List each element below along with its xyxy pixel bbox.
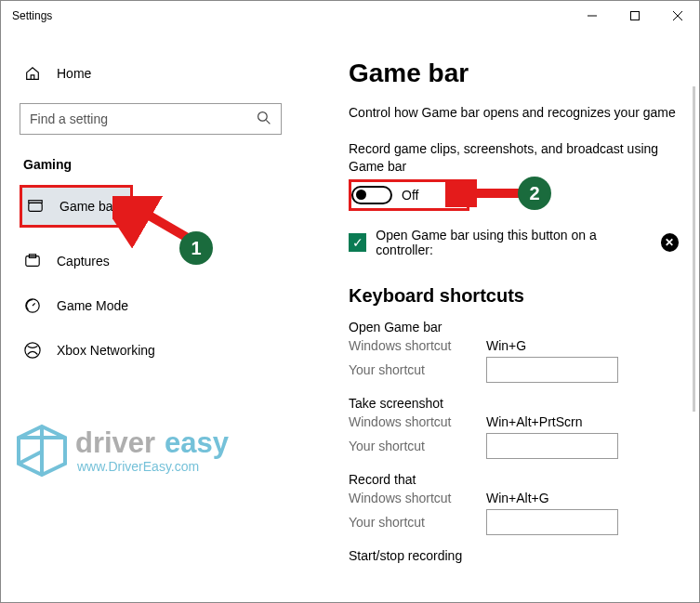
svg-text:easy: easy	[165, 426, 230, 459]
svg-point-12	[25, 343, 40, 358]
svg-rect-1	[631, 12, 640, 20]
scrollbar[interactable]	[693, 86, 695, 412]
shortcut-win-label: Windows shortcut	[349, 491, 486, 505]
shortcut-win-label: Windows shortcut	[349, 338, 486, 353]
shortcut-input[interactable]	[486, 357, 618, 383]
shortcut-take-screenshot: Take screenshot Windows shortcut Win+Alt…	[349, 396, 679, 459]
sidebar-item-label: Captures	[57, 254, 110, 269]
shortcuts-heading: Keyboard shortcuts	[349, 285, 679, 307]
record-description: Record game clips, screenshots, and broa…	[349, 140, 679, 176]
shortcut-your-label: Your shortcut	[349, 439, 486, 453]
gamebar-toggle[interactable]	[351, 186, 392, 204]
shortcut-title: Start/stop recording	[349, 548, 679, 563]
sidebar-item-label: Xbox Networking	[57, 343, 155, 358]
annotation-step-2: 2	[518, 177, 551, 210]
shortcut-input[interactable]	[486, 433, 618, 459]
svg-text:driver: driver	[75, 426, 155, 459]
svg-point-4	[258, 111, 268, 121]
xbox-controller-icon: ✕	[661, 233, 679, 252]
shortcut-win-label: Windows shortcut	[349, 414, 486, 429]
controller-checkbox-label: Open Game bar using this button on a con…	[376, 228, 647, 257]
svg-text:www.DriverEasy.com: www.DriverEasy.com	[76, 459, 199, 474]
shortcut-title: Record that	[349, 472, 679, 487]
shortcut-your-label: Your shortcut	[349, 362, 486, 377]
search-placeholder: Find a setting	[30, 111, 257, 126]
category-heading: Gaming	[20, 157, 282, 172]
annotation-step-1: 1	[179, 231, 213, 265]
home-label: Home	[57, 66, 91, 81]
page-title: Game bar	[349, 59, 679, 88]
shortcut-title: Take screenshot	[349, 396, 679, 411]
shortcut-input[interactable]	[486, 509, 618, 535]
svg-line-11	[33, 303, 35, 306]
watermark: driver easy www.DriverEasy.com	[14, 419, 274, 487]
home-icon	[23, 64, 42, 83]
controller-checkbox[interactable]: ✓	[349, 233, 366, 252]
window-title: Settings	[12, 9, 571, 22]
shortcut-win-value: Win+Alt+PrtScrn	[486, 414, 582, 429]
gamebar-toggle-label: Off	[402, 188, 418, 203]
gamemode-icon	[23, 296, 42, 315]
search-icon	[257, 111, 271, 128]
svg-line-5	[266, 120, 270, 124]
sidebar-item-label: Game bar	[59, 199, 117, 214]
sidebar-item-label: Game Mode	[57, 298, 128, 313]
svg-rect-6	[29, 203, 42, 211]
titlebar: Settings	[1, 1, 699, 31]
controller-checkbox-row: ✓ Open Game bar using this button on a c…	[349, 228, 679, 257]
search-input[interactable]: Find a setting	[20, 103, 282, 135]
home-nav[interactable]: Home	[20, 57, 282, 90]
shortcut-title: Open Game bar	[349, 320, 679, 334]
xbox-icon	[23, 341, 42, 360]
shortcut-win-value: Win+Alt+G	[486, 491, 549, 505]
svg-rect-7	[29, 201, 42, 203]
shortcut-record-that: Record that Windows shortcut Win+Alt+G Y…	[349, 472, 679, 535]
annotation-arrow-2	[445, 179, 529, 207]
shortcut-open-gamebar: Open Game bar Windows shortcut Win+G You…	[349, 320, 679, 383]
sidebar-item-xbox-networking[interactable]: Xbox Networking	[20, 332, 282, 369]
close-button[interactable]	[656, 1, 699, 31]
captures-icon	[23, 252, 42, 270]
page-description: Control how Game bar opens and recognize…	[349, 105, 679, 120]
shortcut-win-value: Win+G	[486, 338, 526, 353]
sidebar-item-game-mode[interactable]: Game Mode	[20, 287, 282, 324]
shortcut-your-label: Your shortcut	[349, 515, 486, 530]
maximize-button[interactable]	[614, 1, 656, 31]
window-buttons	[571, 1, 699, 31]
sidebar: Home Find a setting Gaming Game bar	[1, 31, 300, 602]
minimize-button[interactable]	[571, 1, 614, 31]
shortcut-start-stop-recording: Start/stop recording	[349, 548, 679, 563]
gamebar-icon	[26, 197, 45, 216]
main-panel: Game bar Control how Game bar opens and …	[300, 31, 699, 602]
